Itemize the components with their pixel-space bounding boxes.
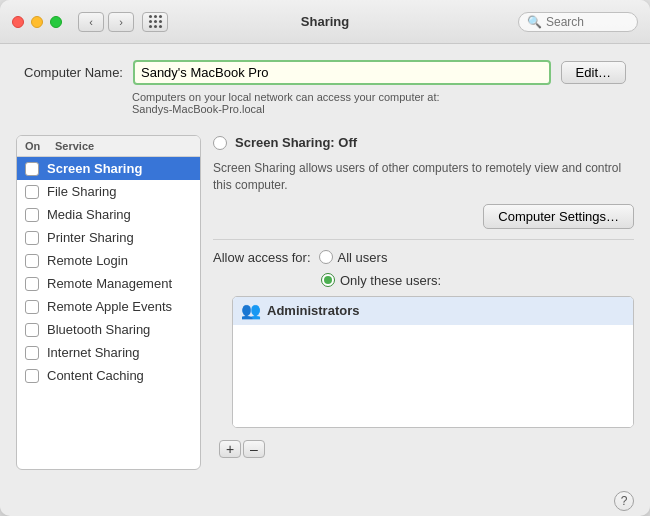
access-label: Allow access for: — [213, 250, 311, 265]
nav-buttons: ‹ › — [78, 12, 134, 32]
sidebar-item-file-sharing[interactable]: File Sharing — [17, 180, 200, 203]
bottom-bar: ? — [0, 486, 650, 516]
sidebar-item-label: Media Sharing — [47, 207, 131, 222]
computer-name-row: Computer Name: Edit… — [24, 60, 626, 85]
computer-name-section: Computer Name: Edit… Computers on your l… — [0, 44, 650, 127]
sidebar-item-label: Remote Management — [47, 276, 172, 291]
sidebar-item-printer-sharing[interactable]: Printer Sharing — [17, 226, 200, 249]
user-name-label: Administrators — [267, 303, 359, 318]
checkbox-internet-sharing[interactable] — [25, 346, 39, 360]
minimize-button[interactable] — [31, 16, 43, 28]
sidebar-item-label: Internet Sharing — [47, 345, 140, 360]
sidebar-col-on: On — [25, 140, 47, 152]
all-users-option[interactable]: All users — [319, 250, 388, 265]
sidebar-item-label: Remote Apple Events — [47, 299, 172, 314]
user-item-administrators[interactable]: 👥 Administrators — [233, 297, 633, 325]
screen-sharing-status-row: Screen Sharing: Off — [213, 135, 634, 150]
search-box[interactable]: 🔍 — [518, 12, 638, 32]
status-radio[interactable] — [213, 136, 227, 150]
grid-icon — [149, 15, 162, 28]
computer-name-sublabel: Computers on your local network can acce… — [132, 91, 626, 115]
window: ‹ › Sharing 🔍 Computer Name: Edit… Co — [0, 0, 650, 516]
window-title: Sharing — [301, 14, 349, 29]
all-users-radio[interactable] — [319, 250, 333, 264]
screen-sharing-description: Screen Sharing allows users of other com… — [213, 160, 634, 194]
computer-name-label: Computer Name: — [24, 65, 123, 80]
sidebar-item-bluetooth-sharing[interactable]: Bluetooth Sharing — [17, 318, 200, 341]
chevron-right-icon: › — [119, 16, 123, 28]
back-button[interactable]: ‹ — [78, 12, 104, 32]
add-user-button[interactable]: + — [219, 440, 241, 458]
sidebar-item-label: File Sharing — [47, 184, 116, 199]
sidebar: On Service Screen Sharing File Sharing M… — [16, 135, 201, 470]
traffic-lights — [12, 16, 62, 28]
only-these-users-radio[interactable] — [321, 273, 335, 287]
checkbox-printer-sharing[interactable] — [25, 231, 39, 245]
users-footer: + – — [213, 436, 634, 462]
sidebar-item-internet-sharing[interactable]: Internet Sharing — [17, 341, 200, 364]
checkbox-file-sharing[interactable] — [25, 185, 39, 199]
sidebar-list: Screen Sharing File Sharing Media Sharin… — [17, 157, 200, 469]
users-list-container: 👥 Administrators — [232, 296, 634, 428]
sidebar-item-remote-login[interactable]: Remote Login — [17, 249, 200, 272]
forward-button[interactable]: › — [108, 12, 134, 32]
screen-sharing-status: Screen Sharing: Off — [235, 135, 357, 150]
users-list-empty-area — [233, 367, 633, 427]
maximize-button[interactable] — [50, 16, 62, 28]
checkbox-bluetooth-sharing[interactable] — [25, 323, 39, 337]
sidebar-item-label: Remote Login — [47, 253, 128, 268]
sidebar-item-screen-sharing[interactable]: Screen Sharing — [17, 157, 200, 180]
only-these-users-option[interactable]: Only these users: — [321, 273, 634, 288]
sidebar-item-remote-management[interactable]: Remote Management — [17, 272, 200, 295]
help-button[interactable]: ? — [614, 491, 634, 511]
checkbox-remote-apple-events[interactable] — [25, 300, 39, 314]
checkbox-screen-sharing[interactable] — [25, 162, 39, 176]
users-list-body: 👥 Administrators — [233, 297, 633, 367]
titlebar: ‹ › Sharing 🔍 — [0, 0, 650, 44]
grid-button[interactable] — [142, 12, 168, 32]
sidebar-item-media-sharing[interactable]: Media Sharing — [17, 203, 200, 226]
remove-user-button[interactable]: – — [243, 440, 265, 458]
sidebar-item-remote-apple-events[interactable]: Remote Apple Events — [17, 295, 200, 318]
access-for-row: Allow access for: All users — [213, 250, 634, 265]
group-icon: 👥 — [241, 301, 261, 321]
computer-name-input[interactable] — [133, 60, 551, 85]
close-button[interactable] — [12, 16, 24, 28]
sidebar-item-label: Printer Sharing — [47, 230, 134, 245]
search-input[interactable] — [546, 15, 629, 29]
main-content: On Service Screen Sharing File Sharing M… — [0, 127, 650, 486]
detail-panel: Screen Sharing: Off Screen Sharing allow… — [213, 135, 634, 470]
sidebar-header: On Service — [17, 136, 200, 157]
only-these-users-label: Only these users: — [340, 273, 441, 288]
sidebar-item-label: Content Caching — [47, 368, 144, 383]
access-section: Allow access for: All users Only these u… — [213, 250, 634, 462]
chevron-left-icon: ‹ — [89, 16, 93, 28]
divider — [213, 239, 634, 240]
computer-settings-button[interactable]: Computer Settings… — [483, 204, 634, 229]
sidebar-item-content-caching[interactable]: Content Caching — [17, 364, 200, 387]
sidebar-item-label: Screen Sharing — [47, 161, 142, 176]
checkbox-remote-management[interactable] — [25, 277, 39, 291]
all-users-label: All users — [338, 250, 388, 265]
checkbox-media-sharing[interactable] — [25, 208, 39, 222]
checkbox-remote-login[interactable] — [25, 254, 39, 268]
edit-button[interactable]: Edit… — [561, 61, 626, 84]
sidebar-col-service: Service — [55, 140, 94, 152]
search-icon: 🔍 — [527, 15, 542, 29]
sidebar-item-label: Bluetooth Sharing — [47, 322, 150, 337]
checkbox-content-caching[interactable] — [25, 369, 39, 383]
